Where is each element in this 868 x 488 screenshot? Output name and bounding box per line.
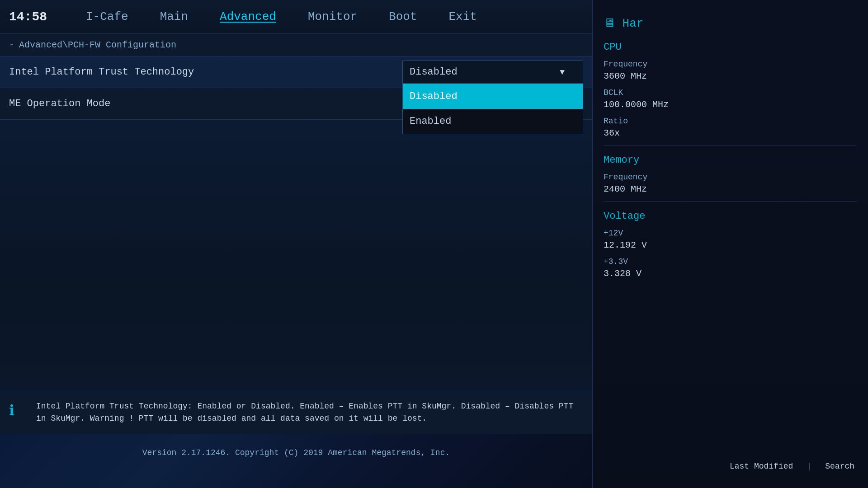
v12-label: +12V	[604, 229, 857, 238]
ratio-value: 36x	[604, 128, 857, 138]
right-panel-title: Har	[623, 17, 644, 30]
breadcrumb-path: Advanced\PCH-FW Configuration	[19, 40, 176, 50]
nav-menu: I-Cafe Main Advanced Monitor Boot Exit	[81, 8, 583, 26]
intel-ptt-current-value: Disabled	[410, 66, 458, 78]
dropdown-arrow-icon: ▼	[560, 68, 565, 77]
cpu-frequency-value: 3600 MHz	[604, 71, 857, 81]
intel-ptt-dropdown-button[interactable]: Disabled ▼	[402, 61, 583, 84]
footer-version: Version 2.17.1246. Copyright (C) 2019 Am…	[0, 448, 592, 457]
voltage-section-title: Voltage	[604, 211, 857, 222]
intel-ptt-dropdown-menu: Disabled Enabled	[402, 84, 583, 134]
cpu-memory-divider	[604, 145, 857, 145]
right-panel: 🖥 Har CPU Frequency 3600 MHz BCLK 100.00…	[592, 0, 868, 488]
bottom-decorative-bar	[0, 434, 592, 488]
info-box: ℹ Intel Platform Trust Technology: Enabl…	[0, 391, 592, 434]
time-display: 14:58	[9, 10, 63, 24]
breadcrumb-dash: -	[9, 40, 14, 50]
ratio-label: Ratio	[604, 117, 857, 126]
info-text: Intel Platform Trust Technology: Enabled…	[36, 400, 583, 425]
hardware-icon: 🖥	[604, 17, 623, 30]
intel-ptt-value: Disabled ▼ Disabled Enabled	[402, 61, 583, 84]
content-area: Intel Platform Trust Technology Disabled…	[0, 56, 592, 319]
top-navigation-bar: 14:58 I-Cafe Main Advanced Monitor Boot …	[0, 0, 592, 34]
cpu-section-title: CPU	[604, 42, 857, 53]
info-icon: ℹ	[9, 402, 27, 420]
bclk-label: BCLK	[604, 88, 857, 97]
nav-item-icafe[interactable]: I-Cafe	[81, 8, 133, 26]
dropdown-option-disabled[interactable]: Disabled	[403, 84, 583, 109]
v33-value: 3.328 V	[604, 268, 857, 279]
right-panel-header: 🖥 Har	[604, 16, 857, 30]
memory-section-title: Memory	[604, 155, 857, 166]
memory-voltage-divider	[604, 201, 857, 202]
mem-frequency-value: 2400 MHz	[604, 184, 857, 194]
nav-item-main[interactable]: Main	[156, 8, 193, 26]
cpu-frequency-label: Frequency	[604, 60, 857, 69]
intel-ptt-label: Intel Platform Trust Technology	[9, 66, 402, 78]
mem-frequency-label: Frequency	[604, 173, 857, 182]
bottom-bar-background	[0, 434, 592, 488]
v33-label: +3.3V	[604, 257, 857, 266]
nav-item-boot[interactable]: Boot	[384, 8, 421, 26]
bclk-value: 100.0000 MHz	[604, 99, 857, 110]
nav-item-advanced[interactable]: Advanced	[215, 8, 281, 26]
dropdown-option-enabled[interactable]: Enabled	[403, 109, 583, 134]
breadcrumb: - Advanced\PCH-FW Configuration	[0, 34, 592, 56]
v12-value: 12.192 V	[604, 240, 857, 250]
nav-item-exit[interactable]: Exit	[444, 8, 481, 26]
setting-row-intel-ptt: Intel Platform Trust Technology Disabled…	[0, 56, 592, 88]
nav-item-monitor[interactable]: Monitor	[303, 8, 362, 26]
